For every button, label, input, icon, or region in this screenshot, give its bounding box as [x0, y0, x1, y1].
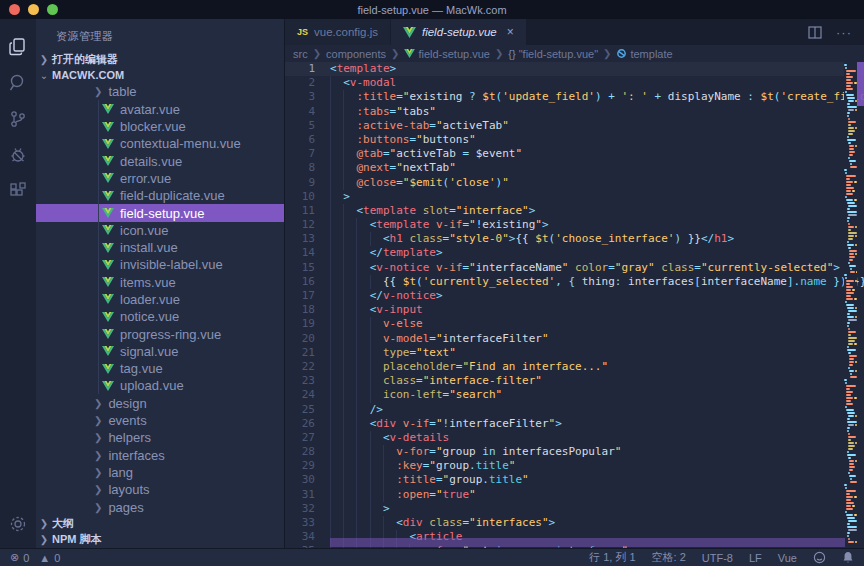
- tree-file-details.vue[interactable]: details.vue: [36, 152, 284, 169]
- chevron-right-icon: ❯: [94, 450, 102, 461]
- line-number: 5: [285, 119, 315, 133]
- tree-item-label: items.vue: [120, 275, 176, 290]
- code-line-27: 27 <v-details: [285, 431, 864, 445]
- breadcrumb-item-3[interactable]: field-setup.vue: [404, 48, 490, 60]
- line-number: 27: [285, 431, 315, 445]
- status-indentation[interactable]: 空格: 2: [652, 550, 686, 565]
- code-line-23: 23 class="interface-filter": [285, 374, 864, 388]
- tree-file-error.vue[interactable]: error.vue: [36, 170, 284, 187]
- vertical-scrollbar[interactable]: [857, 62, 864, 106]
- tree-folder-lang[interactable]: ❯lang: [36, 464, 284, 481]
- debug-icon[interactable]: [0, 137, 36, 173]
- code-line-5: 5 :active-tab="activeTab": [285, 119, 864, 133]
- tree-file-invisible-label.vue[interactable]: invisible-label.vue: [36, 256, 284, 273]
- vue-file-icon: [102, 260, 114, 270]
- tree-file-tag.vue[interactable]: tag.vue: [36, 360, 284, 377]
- tree-item-label: table: [108, 84, 136, 99]
- tree-folder-table[interactable]: ❯table: [36, 83, 284, 100]
- split-editor-icon[interactable]: [808, 26, 822, 39]
- tab-vue.config.js[interactable]: JSvue.config.js: [285, 19, 390, 45]
- code-line-content: :active-tab="activeTab": [330, 119, 509, 133]
- code-line-3: 3 :title="existing ? $t('update_field') …: [285, 90, 864, 104]
- tree-file-items.vue[interactable]: items.vue: [36, 274, 284, 291]
- status-bar: ⊗0▲0 行 1, 列 1空格: 2UTF-8LFVue: [0, 548, 864, 566]
- tree-file-field-setup.vue[interactable]: field-setup.vue: [36, 204, 284, 221]
- more-actions-icon[interactable]: ···: [836, 25, 852, 40]
- code-line-content: <template v-if="!existing">: [330, 218, 549, 232]
- breadcrumb-item-4[interactable]: {}"field-setup.vue": [508, 48, 598, 60]
- minimap[interactable]: [844, 62, 857, 548]
- settings-gear-icon[interactable]: [0, 506, 36, 542]
- tree-file-notice.vue[interactable]: notice.vue: [36, 308, 284, 325]
- status-language-mode[interactable]: Vue: [778, 552, 797, 564]
- tree-file-loader.vue[interactable]: loader.vue: [36, 291, 284, 308]
- tree-item-label: icon.vue: [120, 223, 168, 238]
- chevron-right-icon: ❯: [36, 518, 52, 529]
- explorer-icon[interactable]: [0, 29, 36, 65]
- outline-section[interactable]: ❯ 大纲: [36, 516, 284, 532]
- tree-file-icon.vue[interactable]: icon.vue: [36, 222, 284, 239]
- line-number: 8: [285, 161, 315, 175]
- status-error-icon[interactable]: ⊗0: [10, 551, 29, 564]
- zoom-window-button[interactable]: [47, 4, 58, 15]
- code-line-content: :open="true": [330, 488, 476, 502]
- tab-label: vue.config.js: [314, 26, 378, 38]
- editor-group: JSvue.config.jsfield-setup.vue× ··· src❯…: [285, 19, 864, 548]
- sidebar-title: 资源管理器: [36, 19, 284, 51]
- code-line-content: <div class="interfaces">: [330, 516, 555, 530]
- status-warning-icon[interactable]: ▲0: [39, 552, 60, 564]
- tree-file-upload.vue[interactable]: upload.vue: [36, 377, 284, 394]
- workspace-section[interactable]: ⌄ MACWK.COM: [36, 67, 284, 83]
- minimize-window-button[interactable]: [28, 4, 39, 15]
- tree-folder-layouts[interactable]: ❯layouts: [36, 481, 284, 498]
- activity-bar: [0, 19, 36, 548]
- close-icon[interactable]: ×: [507, 25, 514, 39]
- vue-file-icon: [102, 139, 114, 149]
- breadcrumb-item-5[interactable]: template: [616, 48, 672, 60]
- vue-file-icon: [102, 277, 114, 287]
- code-line-content: @tab="activeTab = $event": [330, 147, 522, 161]
- code-line-content: :title="group.title": [330, 473, 529, 487]
- tab-field-setup.vue[interactable]: field-setup.vue×: [391, 19, 526, 45]
- tree-file-progress-ring.vue[interactable]: progress-ring.vue: [36, 325, 284, 342]
- line-number: 28: [285, 445, 315, 459]
- line-number: 17: [285, 289, 315, 303]
- npm-scripts-section[interactable]: ❯ NPM 脚本: [36, 532, 284, 548]
- bell-icon[interactable]: [842, 551, 854, 564]
- tree-folder-design[interactable]: ❯design: [36, 395, 284, 412]
- tree-folder-interfaces[interactable]: ❯interfaces: [36, 447, 284, 464]
- status-encoding[interactable]: UTF-8: [702, 552, 733, 564]
- breadcrumb-item-1[interactable]: src: [293, 48, 308, 60]
- status-cursor-position[interactable]: 行 1, 列 1: [589, 550, 635, 565]
- line-number: 7: [285, 147, 315, 161]
- horizontal-scrollbar[interactable]: [330, 538, 845, 547]
- breadcrumb-label: src: [293, 48, 308, 60]
- tree-file-signal.vue[interactable]: signal.vue: [36, 343, 284, 360]
- line-number: 12: [285, 218, 315, 232]
- code-line-2: 2 <v-modal: [285, 76, 864, 90]
- open-editors-section[interactable]: ❯ 打开的编辑器: [36, 51, 284, 67]
- tree-file-install.vue[interactable]: install.vue: [36, 239, 284, 256]
- search-icon[interactable]: [0, 65, 36, 101]
- code-line-content: <div v-if="!interfaceFilter">: [330, 417, 562, 431]
- source-control-icon[interactable]: [0, 101, 36, 137]
- tree-folder-helpers[interactable]: ❯helpers: [36, 429, 284, 446]
- vue-file-icon: [102, 329, 114, 339]
- tree-file-contextual-menu.vue[interactable]: contextual-menu.vue: [36, 135, 284, 152]
- extensions-icon[interactable]: [0, 173, 36, 209]
- code-editor[interactable]: 1<template>2 <v-modal3 :title="existing …: [285, 62, 864, 548]
- js-file-icon: JS: [297, 27, 308, 37]
- status-eol[interactable]: LF: [749, 552, 762, 564]
- code-line-12: 12 <template v-if="!existing">: [285, 218, 864, 232]
- line-number: 22: [285, 360, 315, 374]
- tree-folder-pages[interactable]: ❯pages: [36, 498, 284, 515]
- close-window-button[interactable]: [9, 4, 20, 15]
- breadcrumb-item-2[interactable]: components: [326, 48, 386, 60]
- tree-file-avatar.vue[interactable]: avatar.vue: [36, 101, 284, 118]
- feedback-smiley-icon[interactable]: [813, 551, 826, 564]
- code-line-content: icon-left="search": [330, 388, 502, 402]
- tree-folder-events[interactable]: ❯events: [36, 412, 284, 429]
- line-number: 14: [285, 246, 315, 260]
- tree-file-field-duplicate.vue[interactable]: field-duplicate.vue: [36, 187, 284, 204]
- tree-file-blocker.vue[interactable]: blocker.vue: [36, 118, 284, 135]
